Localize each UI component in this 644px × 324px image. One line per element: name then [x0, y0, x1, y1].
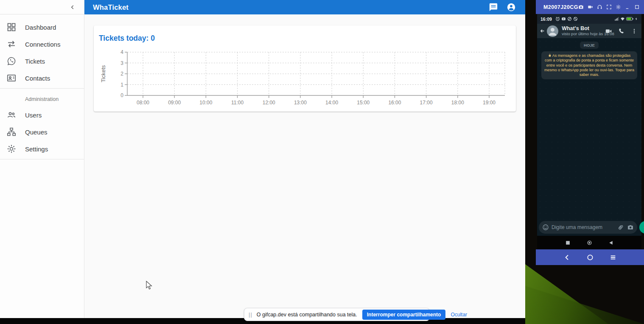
sidebar-item-label: Dashboard [25, 24, 56, 31]
lock-icon [548, 53, 552, 57]
attach-paperclip-icon[interactable] [616, 223, 626, 232]
wallpaper-grass [525, 286, 644, 324]
back-triangle-icon[interactable] [608, 240, 614, 246]
svg-text:08:00: 08:00 [137, 100, 149, 106]
home-icon[interactable] [587, 240, 592, 246]
svg-text:12:00: 12:00 [263, 100, 275, 106]
record-video-icon[interactable] [588, 4, 593, 10]
svg-text:16:00: 16:00 [388, 100, 401, 106]
sidebar-item-label: Connections [25, 41, 60, 48]
svg-text:1: 1 [120, 82, 123, 88]
camera-icon[interactable] [627, 224, 634, 231]
encryption-notice-text: As mensagens e as chamadas são protegida… [544, 53, 634, 77]
svg-text:18:00: 18:00 [451, 100, 464, 106]
sidebar-item-label: Queues [25, 128, 48, 136]
message-input[interactable] [552, 224, 617, 230]
swap-arrows-icon [6, 39, 17, 49]
svg-text:3: 3 [120, 60, 123, 66]
account-circle-icon[interactable] [507, 3, 516, 12]
sidebar-item-contacts[interactable]: Contacts [0, 70, 84, 87]
svg-text:19:00: 19:00 [483, 100, 496, 106]
screenshot-camera-icon[interactable] [578, 4, 584, 10]
minimize-window-icon[interactable] [625, 4, 630, 10]
toolbar-back-icon[interactable] [564, 254, 571, 261]
emulator-titlebar[interactable]: M2007J20CG [536, 0, 644, 14]
toolbar-home-icon[interactable] [587, 254, 594, 261]
sidebar: Dashboard Connections Tickets Contacts A… [0, 0, 84, 318]
alarm-icon [555, 17, 560, 21]
svg-text:15:00: 15:00 [357, 100, 370, 106]
sidebar-item-label: Settings [25, 145, 48, 153]
drag-handle-icon[interactable]: || [249, 311, 252, 318]
message-input-pill[interactable] [539, 221, 637, 234]
android-statusbar: 16:09 [537, 14, 641, 24]
sidebar-item-connections[interactable]: Connections [0, 36, 84, 53]
fullscreen-icon[interactable] [606, 4, 612, 10]
sidebar-item-label: Users [25, 112, 42, 119]
sidebar-item-label: Tickets [25, 58, 45, 65]
app-title: WhaTicket [93, 3, 129, 11]
svg-text:11:00: 11:00 [231, 100, 244, 106]
users-icon [6, 110, 17, 120]
statusbar-time: 16:09 [540, 17, 552, 22]
svg-text:2: 2 [120, 71, 123, 77]
svg-text:14:00: 14:00 [325, 100, 338, 106]
svg-text:10:00: 10:00 [199, 100, 212, 106]
recent-apps-icon[interactable] [565, 240, 571, 246]
sidebar-item-label: Contacts [25, 75, 50, 82]
svg-text:13:00: 13:00 [294, 100, 307, 106]
maximize-window-icon[interactable] [634, 4, 640, 10]
charging-bolt-icon [635, 17, 638, 21]
hide-banner-link[interactable]: Ocultar [451, 312, 467, 318]
data-saver-icon [567, 17, 572, 21]
sidebar-item-settings[interactable]: Settings [0, 140, 84, 157]
sidebar-item-tickets[interactable]: Tickets [0, 53, 84, 70]
audio-headphones-icon[interactable] [597, 4, 602, 10]
gear-icon [6, 144, 17, 154]
microphone-icon [643, 224, 644, 231]
svg-text:Tickets: Tickets [100, 65, 106, 82]
tickets-chart: 0123408:0009:0010:0011:0012:0013:0014:00… [94, 25, 516, 108]
toolbar-recents-icon[interactable] [610, 254, 616, 261]
dashboard-icon [6, 22, 17, 32]
sidebar-top-bar [0, 0, 84, 14]
emulator-settings-gear-icon[interactable] [616, 4, 621, 10]
video-call-icon[interactable] [605, 28, 612, 35]
contact-avatar[interactable] [547, 25, 558, 37]
default-avatar-icon [547, 25, 558, 37]
phone-screen: 16:09 What's Bot [537, 14, 641, 249]
sidebar-section-administration: Administration [0, 90, 84, 106]
voice-call-icon[interactable] [618, 28, 625, 35]
sidebar-item-dashboard[interactable]: Dashboard [0, 19, 84, 36]
svg-text:09:00: 09:00 [168, 100, 181, 106]
stop-sharing-button[interactable]: Interromper compartilhamento [362, 310, 446, 320]
share-message: O gifcap.dev está compartilhando sua tel… [257, 312, 357, 318]
sidebar-item-queues[interactable]: Queues [0, 123, 84, 140]
whatsapp-chat-header: What's Bot visto por último hoje às 16:0… [537, 24, 641, 38]
tickets-today-card: Tickets today: 0 0123408:0009:0010:0011:… [94, 25, 516, 112]
contact-info[interactable]: What's Bot visto por último hoje às 16:0… [562, 25, 605, 36]
contact-last-seen: visto por último hoje às 16:08 [562, 32, 605, 36]
encryption-notice[interactable]: As mensagens e as chamadas são protegida… [541, 51, 637, 79]
emoji-icon[interactable] [542, 224, 549, 231]
screen-share-banner: || O gifcap.dev está compartilhando sua … [244, 308, 430, 321]
account-tree-icon [6, 127, 17, 137]
contact-name: What's Bot [562, 25, 605, 31]
voice-record-button[interactable] [639, 221, 644, 234]
screen: Dashboard Connections Tickets Contacts A… [0, 0, 644, 324]
sidebar-item-users[interactable]: Users [0, 106, 84, 123]
sidebar-divider [0, 159, 84, 159]
card-title: Tickets today: 0 [99, 34, 155, 43]
emulator-window-title: M2007J20CG [543, 4, 578, 10]
blocked-notification-icon [573, 17, 578, 21]
date-chip: HOJE [580, 42, 599, 49]
contact-card-icon [6, 73, 17, 83]
collapse-sidebar-icon[interactable] [70, 4, 76, 10]
more-options-kebab-icon[interactable] [631, 28, 637, 35]
chat-area: HOJE As mensagens e as chamadas são prot… [537, 38, 641, 236]
emulator-toolbar [536, 249, 644, 265]
svg-text:4: 4 [120, 49, 123, 55]
chat-messages-icon[interactable] [489, 3, 498, 12]
back-arrow-icon[interactable] [540, 28, 545, 34]
message-input-row [539, 221, 640, 234]
